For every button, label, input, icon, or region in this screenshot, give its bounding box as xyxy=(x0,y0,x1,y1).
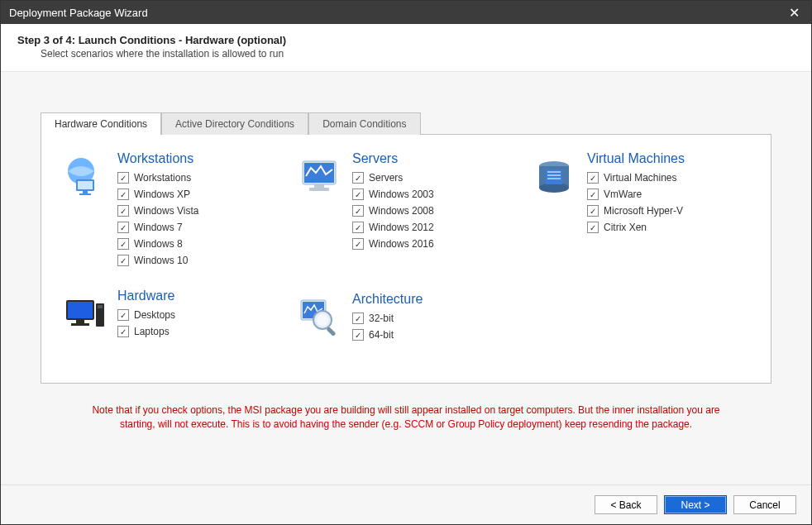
wizard-header: Step 3 of 4: Launch Conditions - Hardwar… xyxy=(1,24,811,72)
option-workstations[interactable]: Workstations xyxy=(117,169,281,186)
group-title-workstations: Workstations xyxy=(117,151,281,166)
group-virtual-machines: Virtual Machines Virtual Machines VmWare… xyxy=(531,151,751,236)
svg-rect-8 xyxy=(71,323,89,326)
globe-monitor-icon xyxy=(61,155,107,201)
cancel-button[interactable]: Cancel xyxy=(733,495,796,514)
svg-rect-24 xyxy=(547,171,561,173)
checkbox-icon[interactable] xyxy=(587,205,599,217)
warning-note: Note that if you check options, the MSI … xyxy=(41,403,771,432)
svg-rect-25 xyxy=(547,174,561,176)
group-workstations: Workstations Workstations Windows XP Win… xyxy=(61,151,281,269)
close-icon[interactable]: ✕ xyxy=(784,5,805,21)
checkbox-icon[interactable] xyxy=(352,189,364,200)
checkbox-icon[interactable] xyxy=(117,189,129,200)
option-windows-2012[interactable]: Windows 2012 xyxy=(352,219,516,236)
desktop-monitor-icon xyxy=(61,292,107,338)
group-title-architecture: Architecture xyxy=(352,292,516,307)
option-32-bit[interactable]: 32-bit xyxy=(352,310,516,327)
tab-active-directory-conditions[interactable]: Active Directory Conditions xyxy=(161,112,308,135)
option-windows-8[interactable]: Windows 8 xyxy=(117,236,281,252)
next-button[interactable]: Next > xyxy=(664,495,727,514)
column-3: Virtual Machines Virtual Machines VmWare… xyxy=(531,151,751,363)
checkbox-icon[interactable] xyxy=(352,222,364,233)
checkbox-icon[interactable] xyxy=(352,313,364,324)
option-windows-7[interactable]: Windows 7 xyxy=(117,219,281,236)
svg-rect-2 xyxy=(78,181,93,189)
checkbox-icon[interactable] xyxy=(117,205,129,217)
titlebar: Deployment Package Wizard ✕ xyxy=(1,1,811,24)
checkbox-icon[interactable] xyxy=(587,222,599,233)
checkbox-icon[interactable] xyxy=(352,172,364,184)
checkbox-icon[interactable] xyxy=(117,255,129,266)
checkbox-icon[interactable] xyxy=(587,189,599,200)
checkbox-icon[interactable] xyxy=(352,238,364,250)
svg-rect-13 xyxy=(314,184,324,188)
titlebar-title: Deployment Package Wizard xyxy=(9,7,148,19)
column-1: Workstations Workstations Windows XP Win… xyxy=(61,151,281,363)
checkbox-icon[interactable] xyxy=(352,329,364,341)
wizard-footer: < Back Next > Cancel xyxy=(1,484,811,524)
magnifier-chart-icon xyxy=(296,295,342,341)
svg-rect-14 xyxy=(309,188,329,191)
option-windows-2008[interactable]: Windows 2008 xyxy=(352,203,516,219)
step-title: Step 3 of 4: Launch Conditions - Hardwar… xyxy=(17,34,795,46)
option-desktops[interactable]: Desktops xyxy=(117,307,281,323)
tab-hardware-conditions[interactable]: Hardware Conditions xyxy=(41,112,161,135)
svg-rect-19 xyxy=(326,327,336,336)
svg-rect-6 xyxy=(68,302,93,318)
checkbox-icon[interactable] xyxy=(352,205,364,217)
group-title-vm: Virtual Machines xyxy=(587,151,751,166)
option-hyper-v[interactable]: Microsoft Hyper-V xyxy=(587,203,751,219)
svg-rect-7 xyxy=(76,320,84,323)
svg-rect-10 xyxy=(98,305,103,308)
wizard-window: Deployment Package Wizard ✕ Step 3 of 4:… xyxy=(0,0,812,525)
column-2: Servers Servers Windows 2003 Windows 200… xyxy=(296,151,516,363)
checkbox-icon[interactable] xyxy=(117,222,129,233)
option-virtual-machines[interactable]: Virtual Machines xyxy=(587,169,751,186)
wizard-body: Hardware Conditions Active Directory Con… xyxy=(1,72,811,484)
group-architecture: Architecture 32-bit 64-bit xyxy=(296,292,516,343)
option-64-bit[interactable]: 64-bit xyxy=(352,327,516,343)
step-subtitle: Select scenarios where the installation … xyxy=(17,48,795,60)
checkbox-icon[interactable] xyxy=(587,172,599,184)
option-laptops[interactable]: Laptops xyxy=(117,323,281,340)
option-windows-2003[interactable]: Windows 2003 xyxy=(352,186,516,203)
option-windows-2016[interactable]: Windows 2016 xyxy=(352,236,516,252)
svg-rect-26 xyxy=(547,178,561,179)
svg-point-18 xyxy=(317,314,328,326)
group-servers: Servers Servers Windows 2003 Windows 200… xyxy=(296,151,516,252)
server-monitor-icon xyxy=(296,155,342,201)
option-servers[interactable]: Servers xyxy=(352,169,516,186)
tab-panel-hardware: Workstations Workstations Windows XP Win… xyxy=(41,134,771,384)
checkbox-icon[interactable] xyxy=(117,238,129,250)
option-citrix-xen[interactable]: Citrix Xen xyxy=(587,219,751,236)
tab-strip: Hardware Conditions Active Directory Con… xyxy=(41,112,771,134)
group-title-hardware: Hardware xyxy=(117,289,281,303)
back-button[interactable]: < Back xyxy=(595,495,657,514)
option-windows-vista[interactable]: Windows Vista xyxy=(117,203,281,219)
checkbox-icon[interactable] xyxy=(117,326,129,337)
svg-rect-4 xyxy=(79,193,91,195)
svg-rect-3 xyxy=(83,191,88,193)
option-windows-xp[interactable]: Windows XP xyxy=(117,186,281,203)
option-vmware[interactable]: VmWare xyxy=(587,186,751,203)
tab-domain-conditions[interactable]: Domain Conditions xyxy=(308,112,420,135)
checkbox-icon[interactable] xyxy=(117,172,129,184)
checkbox-icon[interactable] xyxy=(117,309,129,321)
cylinder-database-icon xyxy=(531,155,577,201)
option-windows-10[interactable]: Windows 10 xyxy=(117,252,281,269)
group-title-servers: Servers xyxy=(352,151,516,166)
group-hardware: Hardware Desktops Laptops xyxy=(61,289,281,340)
